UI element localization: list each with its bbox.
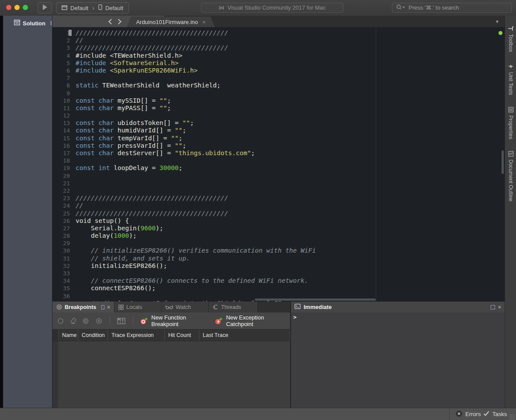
code-line[interactable]: 27 Serial.begin(9600); xyxy=(52,225,505,232)
line-number[interactable]: 6 xyxy=(52,67,73,74)
minimize-window-button[interactable] xyxy=(14,5,20,10)
line-number[interactable]: 2 xyxy=(52,37,73,44)
line-number[interactable]: 30 xyxy=(52,247,73,254)
code-line[interactable]: 32 initializeESP8266(); xyxy=(52,262,505,270)
line-number[interactable]: 8 xyxy=(52,82,73,89)
columns-icon[interactable] xyxy=(117,318,125,324)
immediate-console[interactable]: > xyxy=(291,312,505,408)
zoom-window-button[interactable] xyxy=(23,5,28,10)
code-line[interactable]: 4#include <TEWeatherShield.h> xyxy=(52,52,505,59)
line-number[interactable]: 22 xyxy=(52,187,73,194)
line-number[interactable]: 4 xyxy=(52,52,73,59)
pad-tab-threads[interactable]: Threads xyxy=(209,302,258,312)
configuration-selector[interactable]: Default › Default xyxy=(56,2,129,14)
code-line[interactable]: 7 xyxy=(52,74,505,82)
code-line[interactable]: 2// xyxy=(52,37,505,44)
line-number[interactable]: 28 xyxy=(52,232,73,240)
line-number[interactable]: 16 xyxy=(52,142,73,149)
line-number[interactable]: 13 xyxy=(52,119,73,127)
new-function-breakpoint-button[interactable]: New Function Breakpoint xyxy=(140,314,206,327)
line-number[interactable]: 36 xyxy=(52,292,73,300)
dock-tab-properties[interactable]: Properties xyxy=(508,107,514,139)
line-number[interactable]: 15 xyxy=(52,135,73,142)
clear-breakpoint-icon[interactable] xyxy=(70,318,76,324)
line-number[interactable]: 26 xyxy=(52,217,73,225)
dock-tab-unit-tests[interactable]: Unit Tests xyxy=(508,63,514,95)
code-line[interactable]: 28 delay(1000); xyxy=(52,232,505,240)
dock-pad-button[interactable] xyxy=(491,305,495,309)
line-number[interactable]: 21 xyxy=(52,180,73,187)
line-number[interactable]: 29 xyxy=(52,240,73,247)
code-line[interactable]: 11const char myPASS[] = ""; xyxy=(52,104,505,112)
line-number[interactable]: 27 xyxy=(52,225,73,232)
line-number[interactable]: 34 xyxy=(52,277,73,285)
code-line[interactable]: 14const char humidVarId[] = ""; xyxy=(52,127,505,134)
code-line[interactable]: 1///////////////////////////////////////… xyxy=(52,29,505,37)
remove-all-breakpoints-icon[interactable] xyxy=(96,318,102,324)
code-line[interactable]: 5#include <SoftwareSerial.h> xyxy=(52,59,505,67)
code-editor[interactable]: 1///////////////////////////////////////… xyxy=(52,27,505,302)
code-line[interactable]: 12 xyxy=(52,112,505,119)
line-number[interactable]: 33 xyxy=(52,270,73,277)
close-pad-button[interactable]: × xyxy=(498,305,501,310)
code-line[interactable]: 22 xyxy=(52,187,505,194)
pad-tab-watch[interactable]: Watch xyxy=(162,302,209,312)
code-line[interactable]: 29 xyxy=(52,240,505,247)
vertical-scrollbar-thumb[interactable] xyxy=(502,150,504,174)
column-header-hit-count[interactable]: Hit Count xyxy=(165,330,199,341)
dock-tab-document-outline[interactable]: Document Outline xyxy=(508,151,514,201)
line-number[interactable]: 25 xyxy=(52,210,73,217)
pad-tab-breakpoints[interactable]: Breakpoints× xyxy=(52,302,114,312)
code-line[interactable]: 8static TEWeatherShield weatherShield; xyxy=(52,82,505,89)
close-pad-button[interactable]: × xyxy=(107,305,110,310)
line-number[interactable]: 12 xyxy=(52,112,73,119)
line-number[interactable]: 3 xyxy=(52,44,73,52)
column-header-last-trace[interactable]: Last Trace xyxy=(199,330,290,341)
line-number[interactable]: 24 xyxy=(52,202,73,209)
line-number[interactable]: 9 xyxy=(52,90,73,97)
pad-tab-locals[interactable]: Locals xyxy=(114,302,162,312)
code-line[interactable]: 15const char tempVarId[] = ""; xyxy=(52,135,505,142)
code-line[interactable]: 21 xyxy=(52,180,505,187)
code-line[interactable]: 30 // initializeESP8266() verifies commu… xyxy=(52,247,505,254)
code-line[interactable]: 18 xyxy=(52,157,505,164)
dock-tab-toolbox[interactable]: Toolbox xyxy=(508,25,514,52)
line-number[interactable]: 23 xyxy=(52,194,73,202)
code-line[interactable]: 10const char mySSID[] = ""; xyxy=(52,97,505,104)
new-breakpoint-icon[interactable] xyxy=(57,318,64,324)
line-number[interactable]: 10 xyxy=(52,97,73,104)
tab-overflow-dropdown-icon[interactable]: ▼ xyxy=(495,19,499,24)
line-number[interactable]: 18 xyxy=(52,157,73,164)
code-line[interactable]: 17const char destServer[] = "things.ubid… xyxy=(52,149,505,157)
close-window-button[interactable] xyxy=(6,5,11,10)
code-line[interactable]: 16const char pressVarId[] = ""; xyxy=(52,142,505,149)
errors-button[interactable]: Errors xyxy=(456,408,481,420)
run-button[interactable] xyxy=(38,2,52,14)
code-line[interactable]: 24// xyxy=(52,202,505,209)
code-line[interactable]: 31 // shield, and sets it up. xyxy=(52,255,505,262)
code-line[interactable]: 26void setup() { xyxy=(52,217,505,225)
line-number[interactable]: 31 xyxy=(52,255,73,262)
column-header-condition[interactable]: Condition xyxy=(78,330,108,341)
code-line[interactable]: 19const int loopDelay = 30000; xyxy=(52,164,505,172)
code-line[interactable]: 20 xyxy=(52,172,505,180)
line-number[interactable]: 32 xyxy=(52,262,73,270)
tab-arduino101firmware[interactable]: Arduino101Firmware.ino × xyxy=(127,17,215,27)
code-line[interactable]: 35 connectESP8266(); xyxy=(52,285,505,292)
search-input[interactable]: Press '⌘.' to search xyxy=(392,3,512,13)
column-header-trace-expression[interactable]: Trace Expression xyxy=(108,330,165,341)
disable-all-breakpoints-icon[interactable] xyxy=(83,318,90,324)
code-line[interactable]: 23//////////////////////////////////////… xyxy=(52,194,505,202)
code-line[interactable]: 3///////////////////////////////////////… xyxy=(52,44,505,52)
new-exception-catchpoint-button[interactable]: New Exception Catchpoint xyxy=(215,314,284,327)
column-header-name[interactable]: Name xyxy=(59,330,78,341)
line-number[interactable]: 14 xyxy=(52,127,73,134)
line-number[interactable]: 35 xyxy=(52,285,73,292)
dock-pad-button[interactable] xyxy=(101,305,104,309)
line-number[interactable]: 20 xyxy=(52,172,73,180)
horizontal-scrollbar-thumb[interactable] xyxy=(255,299,376,301)
code-line[interactable]: 33 xyxy=(52,270,505,277)
code-line[interactable]: 34 // connectESP8266() connects to the d… xyxy=(52,277,505,285)
code-line[interactable]: 25//////////////////////////////////////… xyxy=(52,210,505,217)
dock-pad-button[interactable] xyxy=(51,21,52,25)
